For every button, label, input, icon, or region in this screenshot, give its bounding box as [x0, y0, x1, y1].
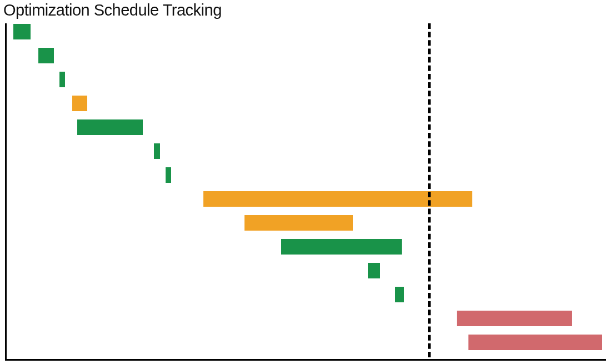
gantt-bar — [457, 311, 572, 326]
gantt-bar — [395, 287, 404, 302]
gantt-bar — [368, 263, 380, 278]
gantt-bar — [59, 72, 66, 87]
gantt-bar — [166, 167, 172, 183]
gantt-chart: Optimization Schedule Tracking — [0, 0, 609, 364]
gantt-bar — [281, 239, 402, 255]
gantt-bar — [244, 215, 353, 231]
current-time-marker — [428, 23, 431, 357]
gantt-bar — [154, 143, 160, 159]
gantt-bar — [203, 191, 472, 207]
chart-title: Optimization Schedule Tracking — [3, 1, 222, 19]
gantt-bar — [72, 96, 87, 111]
gantt-bar — [468, 335, 602, 350]
plot-area — [5, 23, 606, 361]
gantt-bar — [77, 119, 143, 135]
gantt-bar — [38, 48, 54, 63]
gantt-bar — [13, 24, 31, 39]
